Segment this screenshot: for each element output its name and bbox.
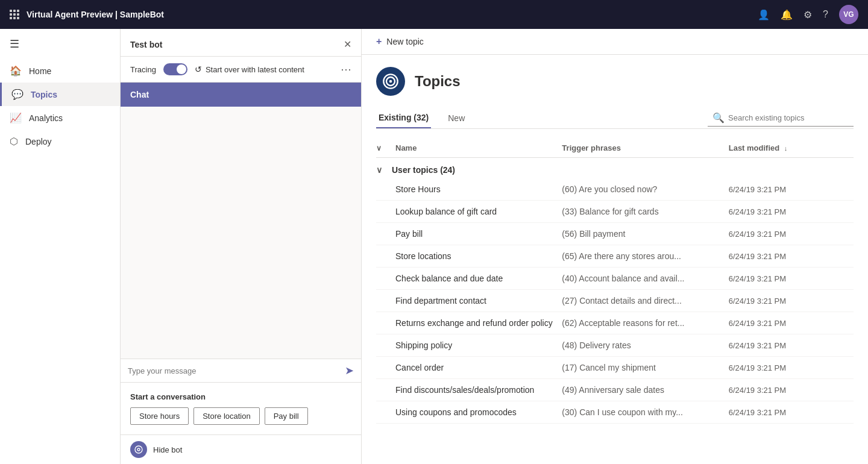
new-topic-bar[interactable]: + New topic — [362, 29, 868, 55]
test-bot-header: Test bot ✕ — [121, 29, 361, 57]
table-row[interactable]: Using coupons and promocodes (30) Can I … — [376, 401, 854, 424]
col-name-header: Name — [395, 143, 562, 152]
row-trigger-4: (40) Account balance and avail... — [562, 274, 728, 283]
topics-title: Topics — [415, 73, 461, 90]
row-name-5: Find department contact — [395, 296, 562, 306]
sidebar-item-topics[interactable]: 💬 Topics — [0, 83, 120, 106]
table-row[interactable]: Find department contact (27) Contact det… — [376, 290, 854, 312]
row-trigger-3: (65) Are there any stores arou... — [562, 251, 728, 261]
analytics-icon: 📈 — [10, 112, 22, 124]
row-trigger-1: (33) Balance for gift cards — [562, 207, 728, 216]
chat-input[interactable] — [128, 366, 345, 375]
table-row[interactable]: Shipping policy (48) Delivery rates 6/24… — [376, 334, 854, 357]
send-button[interactable]: ➤ — [345, 364, 354, 377]
table-row[interactable]: Find discounts/sales/deals/promotion (49… — [376, 379, 854, 401]
bell-icon[interactable]: 🔔 — [781, 9, 793, 20]
close-button[interactable]: ✕ — [344, 39, 351, 50]
row-modified-2: 6/24/19 3:21 PM — [729, 230, 854, 239]
tracing-toggle[interactable] — [163, 63, 187, 75]
chat-header: Chat — [121, 83, 361, 107]
app-title: Virtual Agent Preview | SampleBot — [27, 10, 758, 19]
chat-messages — [121, 107, 361, 359]
test-bot-panel: Test bot ✕ Tracing ↺ Start over with lat… — [121, 29, 362, 464]
new-topic-label: New topic — [386, 37, 423, 46]
row-name-9: Find discounts/sales/deals/promotion — [395, 385, 562, 395]
row-trigger-9: (49) Anniversary sale dates — [562, 385, 728, 395]
topics-table: ∨ Name Trigger phrases Last modified ↓ ∨… — [376, 139, 854, 424]
tabs-row: Existing (32) New 🔍 — [376, 108, 854, 129]
col-triggers-header: Trigger phrases — [562, 143, 728, 152]
row-name-4: Check balance and due date — [395, 274, 562, 283]
starter-store-hours[interactable]: Store hours — [130, 407, 189, 425]
starter-pay-bill[interactable]: Pay bill — [265, 407, 308, 425]
home-icon: 🏠 — [10, 65, 22, 77]
start-over-button[interactable]: ↺ Start over with latest content — [195, 64, 333, 74]
topics-brand-icon — [376, 67, 405, 96]
section-chevron-icon[interactable]: ∨ — [376, 165, 382, 175]
row-modified-6: 6/24/19 3:21 PM — [729, 319, 854, 328]
sidebar-deploy-label: Deploy — [25, 137, 52, 146]
help-icon[interactable]: ? — [823, 9, 828, 20]
user-avatar[interactable]: VG — [839, 5, 858, 24]
search-icon: 🔍 — [712, 112, 725, 124]
tab-new[interactable]: New — [445, 108, 467, 128]
table-row[interactable]: Pay bill (56) Bill payment 6/24/19 3:21 … — [376, 223, 854, 245]
apps-icon[interactable] — [10, 10, 19, 19]
topics-content: Topics Existing (32) New 🔍 ∨ Name Trigge… — [362, 55, 868, 464]
table-row[interactable]: Lookup balance of gift card (33) Balance… — [376, 201, 854, 223]
tab-existing[interactable]: Existing (32) — [376, 108, 431, 128]
deploy-icon: ⬡ — [10, 136, 18, 147]
sidebar-item-deploy[interactable]: ⬡ Deploy — [0, 130, 120, 153]
row-modified-0: 6/24/19 3:21 PM — [729, 185, 854, 194]
row-modified-7: 6/24/19 3:21 PM — [729, 341, 854, 350]
row-modified-1: 6/24/19 3:21 PM — [729, 207, 854, 216]
sidebar: ☰ 🏠 Home 💬 Topics 📈 Analytics ⬡ Deploy — [0, 29, 121, 464]
tracing-label: Tracing — [130, 65, 156, 74]
sort-arrow-icon: ↓ — [784, 145, 788, 152]
row-trigger-0: (60) Are you closed now? — [562, 184, 728, 194]
row-trigger-8: (17) Cancel my shipment — [562, 363, 728, 372]
topics-header: Topics — [376, 67, 854, 96]
table-row[interactable]: Store locations (65) Are there any store… — [376, 245, 854, 268]
hide-bot-footer[interactable]: Hide bot — [121, 434, 361, 464]
row-name-0: Store Hours — [395, 184, 562, 194]
settings-icon[interactable]: ⚙ — [804, 9, 812, 20]
row-trigger-5: (27) Contact details and direct... — [562, 296, 728, 306]
test-bot-controls: Tracing ↺ Start over with latest content… — [121, 57, 361, 83]
svg-point-5 — [389, 80, 392, 83]
row-modified-4: 6/24/19 3:21 PM — [729, 274, 854, 283]
row-modified-3: 6/24/19 3:21 PM — [729, 252, 854, 261]
chat-area: Chat ➤ — [121, 83, 361, 382]
toggle-knob — [177, 64, 186, 74]
top-bar-icons: 👤 🔔 ⚙ ? VG — [758, 5, 858, 24]
row-modified-8: 6/24/19 3:21 PM — [729, 363, 854, 372]
search-input[interactable] — [728, 113, 849, 122]
chat-header-label: Chat — [130, 90, 149, 99]
starter-store-location[interactable]: Store location — [193, 407, 260, 425]
sidebar-home-label: Home — [29, 66, 51, 76]
col-modified-header: Last modified ↓ — [729, 143, 854, 152]
table-header: ∨ Name Trigger phrases Last modified ↓ — [376, 139, 854, 158]
table-row[interactable]: Check balance and due date (40) Account … — [376, 268, 854, 290]
sidebar-toggle[interactable]: ☰ — [0, 29, 120, 59]
sidebar-item-analytics[interactable]: 📈 Analytics — [0, 106, 120, 130]
more-options-icon[interactable]: ⋯ — [341, 63, 351, 76]
row-trigger-7: (48) Delivery rates — [562, 340, 728, 350]
plus-icon: + — [376, 36, 382, 47]
row-modified-10: 6/24/19 3:21 PM — [729, 408, 854, 417]
table-row[interactable]: Cancel order (17) Cancel my shipment 6/2… — [376, 357, 854, 379]
user-topics-label: User topics (24) — [392, 165, 455, 175]
people-icon[interactable]: 👤 — [758, 9, 770, 20]
col-expand-header: ∨ — [376, 143, 395, 152]
table-row[interactable]: Store Hours (60) Are you closed now? 6/2… — [376, 178, 854, 201]
start-over-label: Start over with latest content — [206, 65, 304, 74]
table-row[interactable]: Returns exchange and refund order policy… — [376, 312, 854, 334]
starter-buttons: Store hours Store location Pay bill — [130, 407, 351, 425]
conversation-starters: Start a conversation Store hours Store l… — [121, 382, 361, 434]
sidebar-item-home[interactable]: 🏠 Home — [0, 59, 120, 83]
conversation-starters-title: Start a conversation — [130, 392, 351, 401]
chevron-down-icon: ∨ — [376, 144, 382, 152]
row-name-10: Using coupons and promocodes — [395, 407, 562, 417]
topic-rows-container: Store Hours (60) Are you closed now? 6/2… — [376, 178, 854, 424]
row-name-1: Lookup balance of gift card — [395, 207, 562, 216]
